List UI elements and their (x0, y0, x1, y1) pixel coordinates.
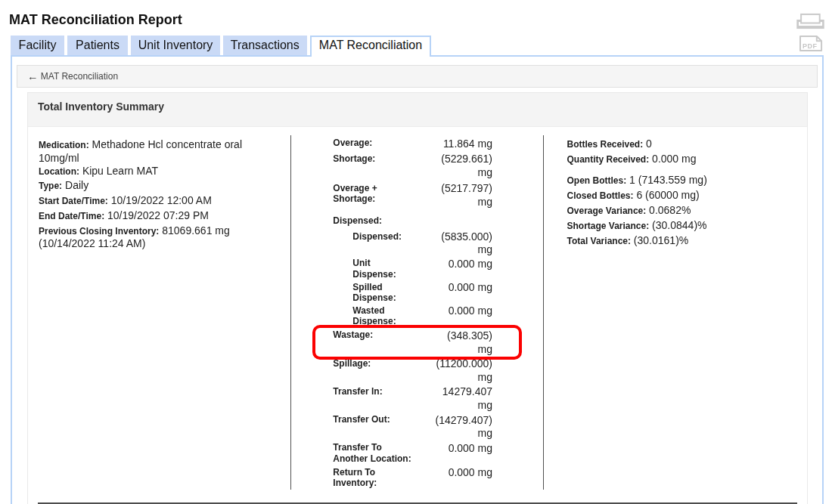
svg-text:PDF: PDF (803, 42, 818, 49)
